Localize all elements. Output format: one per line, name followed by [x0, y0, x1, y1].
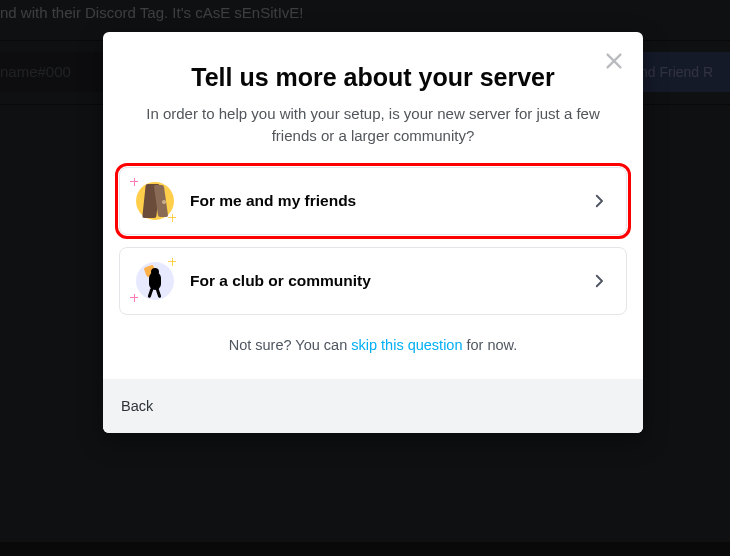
friends-icon — [132, 178, 178, 224]
option-friends-label: For me and my friends — [190, 192, 590, 210]
option-community-label: For a club or community — [190, 272, 590, 290]
server-type-modal: Tell us more about your server In order … — [103, 32, 643, 433]
back-button[interactable]: Back — [121, 398, 153, 414]
chevron-right-icon — [590, 192, 608, 210]
option-community[interactable]: For a club or community — [119, 247, 627, 315]
chevron-right-icon — [590, 272, 608, 290]
modal-title: Tell us more about your server — [129, 62, 617, 93]
option-friends[interactable]: For me and my friends — [119, 167, 627, 235]
modal-subtitle: In order to help you with your setup, is… — [131, 103, 615, 147]
skip-link[interactable]: skip this question — [351, 337, 462, 353]
skip-suffix: for now. — [462, 337, 517, 353]
modal-footer: Back — [103, 379, 643, 433]
skip-prefix: Not sure? You can — [229, 337, 352, 353]
community-icon — [132, 258, 178, 304]
skip-text: Not sure? You can skip this question for… — [119, 337, 627, 353]
close-icon[interactable] — [603, 50, 625, 72]
